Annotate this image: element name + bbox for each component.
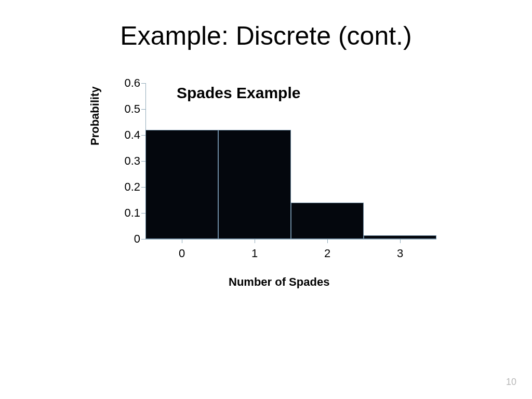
x-tick (182, 239, 182, 243)
plot-area: 00.10.20.30.40.50.60123 (145, 83, 436, 240)
x-tick-label: 2 (317, 247, 338, 260)
y-tick-label: 0.1 (114, 206, 140, 220)
x-tick (400, 239, 401, 243)
y-tick-label: 0.2 (114, 180, 140, 194)
y-tick-label: 0.5 (114, 102, 140, 116)
y-tick-label: 0.6 (114, 76, 140, 90)
page-title: Example: Discrete (cont.) (0, 21, 532, 51)
bar (364, 235, 436, 240)
slide: Example: Discrete (cont.) Spades Example… (0, 0, 532, 399)
bar (218, 130, 291, 239)
y-tick (141, 109, 145, 110)
x-tick-label: 3 (390, 247, 410, 260)
page-number: 10 (506, 377, 516, 388)
y-tick (141, 213, 145, 214)
y-tick (141, 187, 145, 188)
chart: Spades Example Probability Number of Spa… (94, 78, 452, 296)
y-tick-label: 0 (114, 232, 140, 246)
y-tick-label: 0.3 (114, 154, 140, 168)
bar (145, 130, 218, 239)
x-tick-label: 1 (244, 247, 265, 260)
x-tick-label: 0 (171, 247, 192, 260)
y-axis-label: Probability (88, 86, 102, 145)
x-axis-label: Number of Spades (229, 275, 329, 289)
bar (291, 203, 364, 239)
y-tick (141, 239, 145, 240)
y-tick-label: 0.4 (114, 128, 140, 142)
x-tick (255, 239, 255, 243)
y-tick (141, 83, 145, 84)
y-tick (141, 161, 145, 162)
y-tick (141, 135, 145, 136)
x-tick (327, 239, 328, 243)
